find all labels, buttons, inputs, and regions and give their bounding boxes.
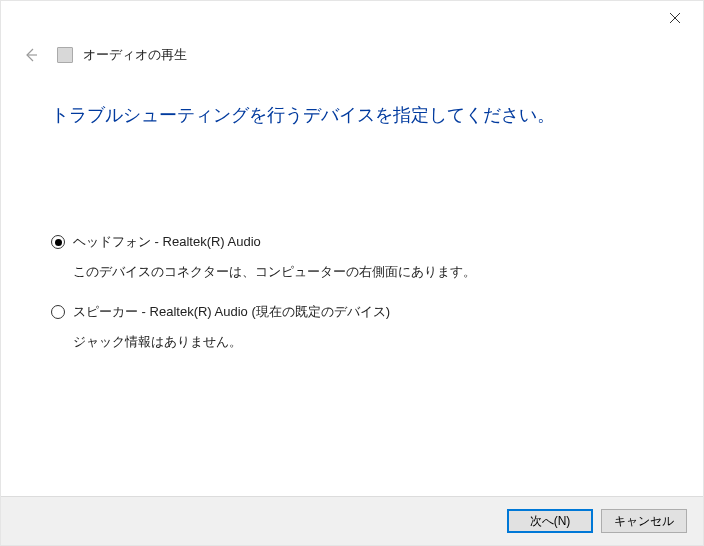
troubleshooter-window: オーディオの再生 トラブルシューティングを行うデバイスを指定してください。 ヘッ…: [0, 0, 704, 546]
option-label: スピーカー - Realtek(R) Audio (現在の既定のデバイス): [73, 303, 390, 321]
page-heading: トラブルシューティングを行うデバイスを指定してください。: [51, 103, 653, 127]
window-title: オーディオの再生: [83, 46, 187, 64]
titlebar: [1, 1, 703, 35]
content-area: トラブルシューティングを行うデバイスを指定してください。 ヘッドフォン - Re…: [1, 73, 703, 496]
device-option-headphones[interactable]: ヘッドフォン - Realtek(R) Audio このデバイスのコネクターは、…: [51, 233, 653, 281]
close-icon[interactable]: [661, 6, 689, 31]
back-arrow-icon[interactable]: [21, 45, 41, 65]
radio-icon[interactable]: [51, 235, 65, 249]
option-description: このデバイスのコネクターは、コンピューターの右側面にあります。: [73, 263, 653, 281]
next-button[interactable]: 次へ(N): [507, 509, 593, 533]
header-row: オーディオの再生: [1, 35, 703, 73]
cancel-button[interactable]: キャンセル: [601, 509, 687, 533]
footer-bar: 次へ(N) キャンセル: [1, 496, 703, 545]
audio-app-icon: [57, 47, 73, 63]
device-option-speakers[interactable]: スピーカー - Realtek(R) Audio (現在の既定のデバイス) ジャ…: [51, 303, 653, 351]
option-description: ジャック情報はありません。: [73, 333, 653, 351]
radio-icon[interactable]: [51, 305, 65, 319]
option-label: ヘッドフォン - Realtek(R) Audio: [73, 233, 261, 251]
